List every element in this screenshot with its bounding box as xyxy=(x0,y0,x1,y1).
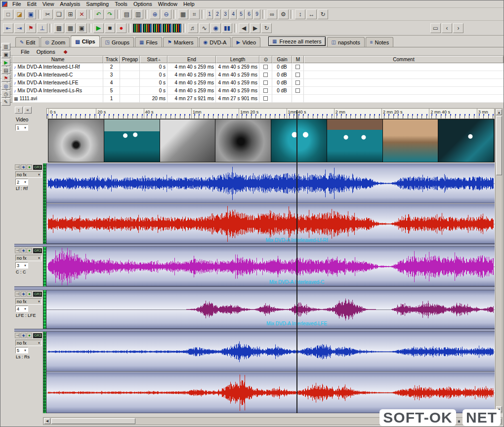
workspace-4-button[interactable]: 4 xyxy=(230,9,237,19)
prev-clip-button[interactable]: ◀ xyxy=(239,23,249,33)
copy-button[interactable]: ❏ xyxy=(54,9,64,19)
automation-button[interactable]: ∿ xyxy=(199,23,210,33)
cut-button[interactable]: ✂ xyxy=(42,9,53,19)
table-row[interactable]: 3♪Mix DVD-A Interleaved-LFE40 s4 mn 40 s… xyxy=(0,79,504,87)
workspace-9-button[interactable]: 9 xyxy=(253,9,260,19)
fx-icon[interactable]: ◈ xyxy=(21,248,26,253)
mute-checkbox[interactable] xyxy=(295,88,300,93)
meter-panel-icon[interactable] xyxy=(143,24,152,33)
open-folder-button[interactable]: ◪ xyxy=(14,9,25,19)
settings-button[interactable]: ⚙ xyxy=(278,9,289,19)
tab-files[interactable]: ▦Files xyxy=(135,37,162,47)
lock-checkbox[interactable] xyxy=(263,65,268,69)
freeze-all-meters-button[interactable]: ▦Freeze all meters xyxy=(268,37,325,46)
column-header-end[interactable]: End xyxy=(168,56,216,63)
anchor-button[interactable]: ⊥ xyxy=(37,23,47,33)
goto-start-button[interactable]: ⇤ xyxy=(3,23,13,33)
paste-button[interactable]: ⊞ xyxy=(65,9,76,19)
lock-checkbox[interactable] xyxy=(263,88,268,93)
meter-bridge-button[interactable]: ▦ xyxy=(65,23,76,33)
column-header-pregap[interactable]: Pregap xyxy=(120,56,140,63)
audio-lane-rs[interactable] xyxy=(46,372,495,413)
column-header-lock[interactable]: ⊙ xyxy=(259,56,272,63)
monitor-dot-icon[interactable]: ● xyxy=(27,291,32,297)
monitor-dot-icon[interactable]: ● xyxy=(27,164,32,170)
routing-icon[interactable]: ⊣ xyxy=(15,291,20,297)
record-button[interactable]: ● xyxy=(116,23,126,33)
fx-icon[interactable]: ◈ xyxy=(21,291,26,297)
table-row[interactable]: 1♪Mix DVD-A Interleaved-Lf-Rf20 s4 mn 40… xyxy=(0,63,504,71)
workspace-3-button[interactable]: 3 xyxy=(222,9,229,19)
fx-icon[interactable]: ◈ xyxy=(21,164,26,170)
monitor-speaker-button[interactable]: ♬ xyxy=(188,23,198,33)
workspace-2-button[interactable]: 2 xyxy=(214,9,221,19)
video-thumbnail-characters-tiles[interactable] xyxy=(104,119,160,162)
column-header-comment[interactable]: Comment xyxy=(304,56,504,63)
video-thumbnail-faucet[interactable] xyxy=(160,119,216,162)
add-marker-button[interactable]: ⚑ xyxy=(26,23,36,33)
pencil-button[interactable]: ✎ xyxy=(1,98,10,106)
monitor-dot-icon[interactable]: ● xyxy=(27,333,32,338)
prev-view-button[interactable]: ‹ xyxy=(442,23,452,33)
workspace-6-button[interactable]: 6 xyxy=(246,9,252,19)
stop-button[interactable]: ■ xyxy=(105,23,115,33)
track-number-dropdown[interactable]: 3▼ xyxy=(15,262,28,269)
mute-checkbox[interactable] xyxy=(295,80,300,85)
clips-menu-file[interactable]: File xyxy=(17,49,33,55)
collapse-button[interactable]: « xyxy=(24,107,32,114)
meter-panel-icon[interactable] xyxy=(133,24,142,33)
fx-dropdown[interactable]: no fx▼ xyxy=(15,171,42,178)
fx-icon[interactable]: ◈ xyxy=(21,333,26,338)
next-clip-button[interactable]: ▶ xyxy=(250,23,260,33)
fit-horizontal-button[interactable]: ↔ xyxy=(306,9,317,19)
column-header-track[interactable]: Track xyxy=(103,56,120,63)
fit-vertical-button[interactable]: ↕ xyxy=(295,9,305,19)
grid-snap-button[interactable]: ▦ xyxy=(178,9,188,19)
table-row[interactable]: 5▦1111.avi120 ms4 mn 27 s 921 ms4 mn 27 … xyxy=(0,95,504,103)
tab-notes[interactable]: ≡Notes xyxy=(366,37,394,47)
clock-button[interactable]: ◷ xyxy=(1,90,10,98)
table-row[interactable]: 4♪Mix DVD-A Interleaved-Ls-Rs50 s4 mn 40… xyxy=(0,87,504,95)
menu-analysis[interactable]: Analysis xyxy=(57,1,83,7)
tab-markers[interactable]: ⚑Markers xyxy=(163,37,198,47)
menu-sampling[interactable]: Sampling xyxy=(83,1,112,7)
document-button[interactable]: ▤ xyxy=(1,67,10,74)
routing-icon[interactable]: ⊣ xyxy=(15,164,20,170)
delete-button[interactable]: ✕ xyxy=(77,9,87,19)
routing-icon[interactable]: ⊣ xyxy=(15,333,20,338)
video-thumbnail-character-face[interactable] xyxy=(271,119,327,162)
tab-groups[interactable]: ◳Groups xyxy=(101,37,134,47)
timeline-ruler[interactable]: 0 s20 s40 s1mn1mn 20 s1mn 40 s2 mn2 mn 2… xyxy=(46,108,495,119)
play-tool-button[interactable]: ▶ xyxy=(1,59,10,66)
video-thumbnail-character-reading[interactable] xyxy=(383,119,439,162)
audio-lane-ls[interactable] xyxy=(46,332,495,372)
workspace-5-button[interactable]: 5 xyxy=(238,9,245,19)
undo-button[interactable]: ↶ xyxy=(93,9,104,19)
column-header-m[interactable]: M xyxy=(292,56,304,63)
play-button[interactable]: ▶ xyxy=(93,23,104,33)
vertical-scrollbar[interactable]: ▲ ▼ xyxy=(495,108,503,413)
playhead-cursor[interactable] xyxy=(296,110,297,413)
magnify-button[interactable]: ◉ xyxy=(210,23,221,33)
marker-list-button[interactable]: ⚑ xyxy=(1,75,10,82)
auto-crossfade-button[interactable]: ∞ xyxy=(267,9,277,19)
column-header-length[interactable]: Length xyxy=(216,56,259,63)
clips-menu-options[interactable]: Options xyxy=(33,49,59,55)
selection-button[interactable]: ◎ xyxy=(1,82,10,90)
video-thumbnail-drain[interactable] xyxy=(215,119,271,162)
pause-button[interactable]: ▮▮ xyxy=(222,23,232,33)
panel-toggle-button[interactable]: ▭ xyxy=(430,23,441,33)
mute-checkbox[interactable] xyxy=(295,65,300,69)
track-number-dropdown[interactable]: 5▼ xyxy=(15,347,28,353)
column-header-gain[interactable]: Gain xyxy=(272,56,292,63)
loop-button[interactable]: ↻ xyxy=(261,23,272,33)
menu-file[interactable]: File xyxy=(9,1,24,7)
properties-button[interactable]: ▥ xyxy=(133,9,143,19)
mixer-button[interactable]: ▩ xyxy=(54,23,64,33)
table-row[interactable]: 2♪Mix DVD-A Interleaved-C30 s4 mn 40 s 2… xyxy=(0,71,504,79)
mute-checkbox[interactable] xyxy=(295,73,300,77)
track-number-dropdown[interactable]: 4▼ xyxy=(15,306,28,312)
routing-icon[interactable]: ⊣ xyxy=(15,248,20,253)
column-header-name[interactable]: Name xyxy=(12,56,103,63)
crosshair-button[interactable]: ⌗ xyxy=(189,9,200,19)
